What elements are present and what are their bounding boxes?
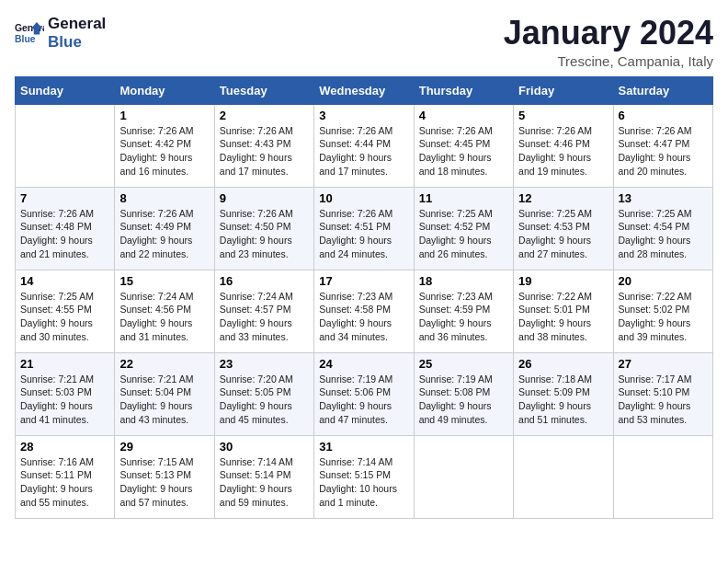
- day-number: 23: [220, 357, 309, 371]
- logo-blue: Blue: [48, 33, 106, 52]
- day-number: 14: [20, 274, 109, 288]
- calendar-cell: [16, 104, 115, 187]
- calendar-cell: 13Sunrise: 7:25 AMSunset: 4:54 PMDayligh…: [613, 187, 712, 270]
- svg-text:Blue: Blue: [15, 33, 36, 43]
- day-info: Sunrise: 7:14 AMSunset: 5:15 PMDaylight:…: [319, 455, 408, 510]
- calendar-cell: 4Sunrise: 7:26 AMSunset: 4:45 PMDaylight…: [414, 104, 513, 187]
- day-number: 1: [119, 109, 209, 122]
- week-row: 21Sunrise: 7:21 AMSunset: 5:03 PMDayligh…: [16, 352, 713, 435]
- day-number: 8: [119, 191, 209, 205]
- calendar-cell: 8Sunrise: 7:26 AMSunset: 4:49 PMDaylight…: [115, 187, 214, 270]
- day-number: 7: [20, 191, 109, 205]
- header-friday: Friday: [514, 76, 613, 104]
- day-number: 31: [319, 440, 408, 454]
- day-info: Sunrise: 7:23 AMSunset: 4:59 PMDaylight:…: [419, 290, 508, 344]
- calendar-cell: 3Sunrise: 7:26 AMSunset: 4:44 PMDaylight…: [314, 104, 414, 187]
- day-info: Sunrise: 7:26 AMSunset: 4:51 PMDaylight:…: [319, 207, 408, 261]
- calendar-cell: 27Sunrise: 7:17 AMSunset: 5:10 PMDayligh…: [613, 352, 712, 435]
- day-number: 20: [619, 274, 708, 288]
- day-info: Sunrise: 7:22 AMSunset: 5:01 PMDaylight:…: [518, 290, 608, 344]
- day-number: 19: [518, 274, 608, 288]
- day-info: Sunrise: 7:21 AMSunset: 5:03 PMDaylight:…: [20, 373, 109, 427]
- calendar-cell: 10Sunrise: 7:26 AMSunset: 4:51 PMDayligh…: [314, 187, 414, 270]
- logo-icon: General Blue: [15, 18, 44, 48]
- header-row: SundayMondayTuesdayWednesdayThursdayFrid…: [16, 76, 713, 104]
- day-info: Sunrise: 7:25 AMSunset: 4:55 PMDaylight:…: [20, 290, 109, 344]
- calendar-cell: 7Sunrise: 7:26 AMSunset: 4:48 PMDaylight…: [16, 187, 115, 270]
- calendar-cell: 21Sunrise: 7:21 AMSunset: 5:03 PMDayligh…: [16, 352, 115, 435]
- calendar-cell: 22Sunrise: 7:21 AMSunset: 5:04 PMDayligh…: [115, 352, 214, 435]
- day-info: Sunrise: 7:14 AMSunset: 5:14 PMDaylight:…: [220, 455, 309, 510]
- calendar-cell: 24Sunrise: 7:19 AMSunset: 5:06 PMDayligh…: [314, 352, 414, 435]
- week-row: 28Sunrise: 7:16 AMSunset: 5:11 PMDayligh…: [16, 435, 713, 518]
- week-row: 7Sunrise: 7:26 AMSunset: 4:48 PMDaylight…: [16, 187, 713, 270]
- title-block: January 2024 Trescine, Campania, Italy: [504, 15, 713, 69]
- calendar-cell: 25Sunrise: 7:19 AMSunset: 5:08 PMDayligh…: [414, 352, 513, 435]
- day-info: Sunrise: 7:18 AMSunset: 5:09 PMDaylight:…: [518, 373, 608, 427]
- calendar-cell: 11Sunrise: 7:25 AMSunset: 4:52 PMDayligh…: [414, 187, 513, 270]
- calendar-body: 1Sunrise: 7:26 AMSunset: 4:42 PMDaylight…: [16, 104, 713, 518]
- day-number: 16: [220, 274, 309, 288]
- calendar-cell: [414, 435, 513, 518]
- calendar-cell: [613, 435, 712, 518]
- calendar-cell: 12Sunrise: 7:25 AMSunset: 4:53 PMDayligh…: [514, 187, 613, 270]
- day-number: 13: [619, 191, 708, 205]
- day-number: 27: [619, 357, 708, 371]
- day-info: Sunrise: 7:26 AMSunset: 4:45 PMDaylight:…: [419, 124, 508, 178]
- day-number: 12: [518, 191, 608, 205]
- week-row: 1Sunrise: 7:26 AMSunset: 4:42 PMDaylight…: [16, 104, 713, 187]
- day-info: Sunrise: 7:25 AMSunset: 4:54 PMDaylight:…: [619, 207, 708, 261]
- day-info: Sunrise: 7:26 AMSunset: 4:48 PMDaylight:…: [20, 207, 109, 261]
- calendar-cell: 29Sunrise: 7:15 AMSunset: 5:13 PMDayligh…: [115, 435, 214, 518]
- day-info: Sunrise: 7:15 AMSunset: 5:13 PMDaylight:…: [119, 455, 209, 510]
- location: Trescine, Campania, Italy: [504, 53, 713, 69]
- header-sunday: Sunday: [16, 76, 115, 104]
- day-number: 10: [319, 191, 408, 205]
- day-number: 2: [220, 109, 309, 122]
- calendar-cell: 2Sunrise: 7:26 AMSunset: 4:43 PMDaylight…: [214, 104, 313, 187]
- page-header: General Blue General Blue January 2024 T…: [15, 15, 713, 69]
- day-info: Sunrise: 7:24 AMSunset: 4:56 PMDaylight:…: [119, 290, 209, 344]
- day-info: Sunrise: 7:26 AMSunset: 4:50 PMDaylight:…: [220, 207, 309, 261]
- day-info: Sunrise: 7:19 AMSunset: 5:08 PMDaylight:…: [419, 373, 508, 427]
- day-info: Sunrise: 7:19 AMSunset: 5:06 PMDaylight:…: [319, 373, 408, 427]
- calendar-cell: 5Sunrise: 7:26 AMSunset: 4:46 PMDaylight…: [514, 104, 613, 187]
- calendar-cell: 1Sunrise: 7:26 AMSunset: 4:42 PMDaylight…: [115, 104, 214, 187]
- day-number: 11: [419, 191, 508, 205]
- day-number: 28: [20, 440, 109, 454]
- calendar-cell: 6Sunrise: 7:26 AMSunset: 4:47 PMDaylight…: [613, 104, 712, 187]
- month-title: January 2024: [504, 15, 713, 52]
- header-thursday: Thursday: [414, 76, 513, 104]
- day-number: 18: [419, 274, 508, 288]
- day-number: 17: [319, 274, 408, 288]
- calendar-cell: 19Sunrise: 7:22 AMSunset: 5:01 PMDayligh…: [514, 270, 613, 352]
- day-info: Sunrise: 7:26 AMSunset: 4:46 PMDaylight:…: [518, 124, 608, 178]
- calendar-cell: 15Sunrise: 7:24 AMSunset: 4:56 PMDayligh…: [115, 270, 214, 352]
- day-number: 6: [619, 109, 708, 122]
- calendar-cell: 20Sunrise: 7:22 AMSunset: 5:02 PMDayligh…: [613, 270, 712, 352]
- calendar-cell: 18Sunrise: 7:23 AMSunset: 4:59 PMDayligh…: [414, 270, 513, 352]
- day-number: 9: [220, 191, 309, 205]
- day-info: Sunrise: 7:17 AMSunset: 5:10 PMDaylight:…: [619, 373, 708, 427]
- logo-general: General: [48, 15, 106, 33]
- day-number: 5: [518, 109, 608, 122]
- day-info: Sunrise: 7:26 AMSunset: 4:49 PMDaylight:…: [119, 207, 209, 261]
- day-info: Sunrise: 7:26 AMSunset: 4:44 PMDaylight:…: [319, 124, 408, 178]
- day-info: Sunrise: 7:26 AMSunset: 4:42 PMDaylight:…: [119, 124, 209, 178]
- day-info: Sunrise: 7:24 AMSunset: 4:57 PMDaylight:…: [220, 290, 309, 344]
- calendar-cell: 31Sunrise: 7:14 AMSunset: 5:15 PMDayligh…: [314, 435, 414, 518]
- calendar-header: SundayMondayTuesdayWednesdayThursdayFrid…: [16, 76, 713, 104]
- day-info: Sunrise: 7:26 AMSunset: 4:47 PMDaylight:…: [619, 124, 708, 178]
- day-info: Sunrise: 7:22 AMSunset: 5:02 PMDaylight:…: [619, 290, 708, 344]
- day-info: Sunrise: 7:26 AMSunset: 4:43 PMDaylight:…: [220, 124, 309, 178]
- logo: General Blue General Blue: [15, 15, 106, 51]
- day-number: 30: [220, 440, 309, 454]
- day-number: 26: [518, 357, 608, 371]
- day-number: 15: [119, 274, 209, 288]
- day-number: 22: [119, 357, 209, 371]
- day-number: 25: [419, 357, 508, 371]
- calendar-cell: 9Sunrise: 7:26 AMSunset: 4:50 PMDaylight…: [214, 187, 313, 270]
- calendar-cell: 17Sunrise: 7:23 AMSunset: 4:58 PMDayligh…: [314, 270, 414, 352]
- header-monday: Monday: [115, 76, 214, 104]
- day-number: 24: [319, 357, 408, 371]
